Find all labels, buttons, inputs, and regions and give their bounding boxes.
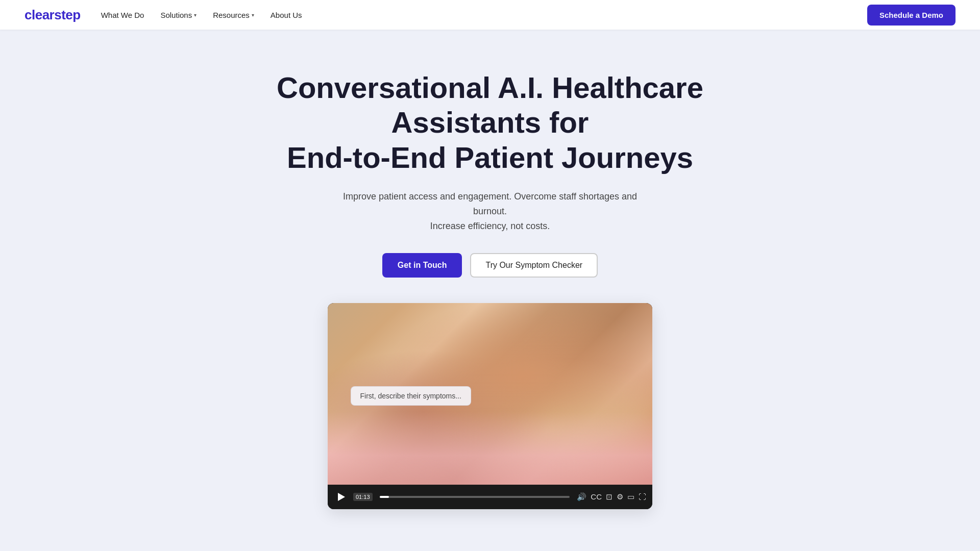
volume-icon[interactable]: 🔊 <box>577 492 586 502</box>
nav-label-about-us: About Us <box>271 11 302 19</box>
video-timestamp: 01:13 <box>353 493 373 501</box>
schedule-demo-button[interactable]: Schedule a Demo <box>867 5 955 26</box>
try-symptom-checker-button[interactable]: Try Our Symptom Checker <box>470 253 598 278</box>
hero-section: Conversational A.I. Healthcare Assistant… <box>0 30 980 540</box>
nav-label-what-we-do: What We Do <box>101 11 144 19</box>
settings-icon[interactable]: ⚙ <box>617 492 623 502</box>
theater-icon[interactable]: ▭ <box>627 492 634 502</box>
hero-subtitle: Improve patient access and engagement. O… <box>342 189 638 233</box>
nav-item-resources[interactable]: Resources ▾ <box>213 11 254 19</box>
nav-item-about-us[interactable]: About Us <box>271 11 302 19</box>
video-container[interactable]: First, describe their symptoms... 01:13 … <box>328 303 652 509</box>
brand-logo[interactable]: clearstep <box>24 7 81 23</box>
navbar: clearstep What We Do Solutions ▾ Resourc… <box>0 0 980 30</box>
chevron-down-icon: ▾ <box>194 12 197 18</box>
captions-icon[interactable]: CC <box>591 492 602 501</box>
nav-item-what-we-do[interactable]: What We Do <box>101 11 144 19</box>
pip-icon[interactable]: ⊡ <box>606 492 612 502</box>
hero-buttons: Get in Touch Try Our Symptom Checker <box>382 253 598 278</box>
video-progress-bar[interactable] <box>380 496 570 498</box>
hero-title: Conversational A.I. Healthcare Assistant… <box>271 70 709 175</box>
nav-links: What We Do Solutions ▾ Resources ▾ About… <box>101 11 302 19</box>
video-chat-bubble: First, describe their symptoms... <box>351 386 471 406</box>
nav-label-resources: Resources <box>213 11 250 19</box>
get-in-touch-button[interactable]: Get in Touch <box>382 253 462 278</box>
video-controls-bar: 01:13 🔊 CC ⊡ ⚙ ▭ ⛶ <box>328 485 652 509</box>
video-control-icons: 🔊 CC ⊡ ⚙ ▭ ⛶ <box>577 492 646 502</box>
nav-item-solutions[interactable]: Solutions ▾ <box>160 11 197 19</box>
video-progress-fill <box>380 496 389 498</box>
navbar-left: clearstep What We Do Solutions ▾ Resourc… <box>24 7 302 23</box>
video-play-button[interactable] <box>334 489 349 505</box>
play-icon <box>338 493 345 501</box>
nav-label-solutions: Solutions <box>160 11 192 19</box>
fullscreen-icon[interactable]: ⛶ <box>639 492 646 501</box>
video-frame: First, describe their symptoms... <box>328 303 652 485</box>
chevron-down-icon: ▾ <box>252 12 254 18</box>
